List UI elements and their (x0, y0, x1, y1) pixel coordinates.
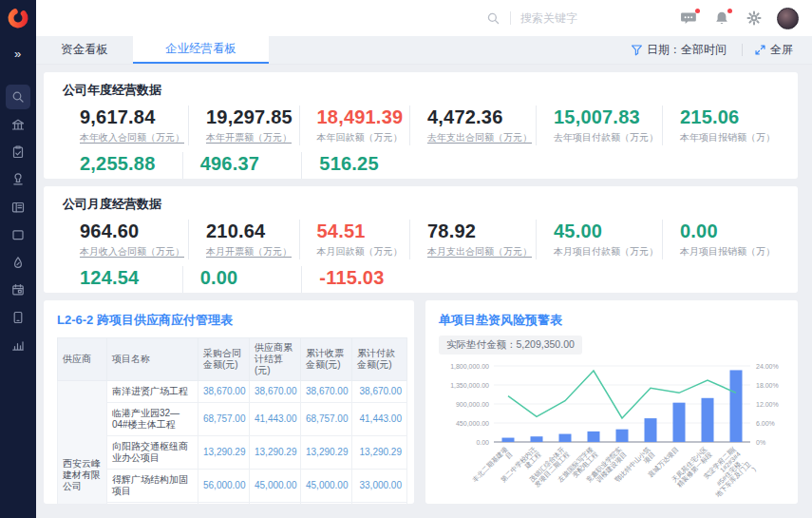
stats-row: 9,617.84本年收入合同额（万元）19,297.85本年开票额（万元）18,… (63, 106, 779, 145)
stat-label[interactable]: 本年部门报销额（万） (80, 178, 179, 179)
table-row[interactable]: 得辉广场结构加固项目56,000.0045,000.0045,000.0033,… (58, 470, 407, 503)
stat-value: 78.92 (427, 221, 532, 242)
messages-button[interactable] (680, 10, 697, 26)
risk-chart-title[interactable]: 单项目垫资风险预警表 (439, 312, 784, 329)
bar[interactable] (730, 370, 743, 442)
legend-bar-label: 实际垫付金额 (540, 503, 600, 504)
fullscreen-label[interactable]: 全屏 (770, 42, 793, 58)
legend-bar-item[interactable]: 实际垫付金额 (524, 503, 600, 504)
amount-cell: 57,273.00 (301, 503, 352, 505)
stats-row: 2,255.88本年部门报销额（万）496.37本年税金支出（万元）516.25… (63, 152, 779, 179)
amount-cell: 33,000.00 (352, 470, 407, 503)
amount-cell: 40,273.00 (250, 503, 301, 505)
bank-icon[interactable] (6, 112, 30, 137)
ledger-icon[interactable] (6, 195, 30, 220)
bar[interactable] (588, 432, 600, 442)
stat-label: 本月项目报销额（万） (680, 245, 775, 259)
stamp-icon[interactable] (6, 167, 30, 192)
advance-amount-badge: 实际垫付金额：5,209,350.00 (439, 336, 582, 355)
svg-text:0.00: 0.00 (476, 439, 489, 446)
stat-value: 124.54 (80, 267, 179, 289)
fullscreen-icon[interactable] (754, 44, 766, 56)
stat-cell: 54.51本月回款额（万元） (299, 220, 410, 259)
svg-text:18.00%: 18.00% (756, 382, 779, 389)
stat-value: 210.64 (206, 221, 295, 242)
stat-label: 本月回款额（万元） (317, 245, 406, 259)
toolbar-divider (742, 44, 743, 56)
bar[interactable] (645, 418, 657, 442)
stat-value: 496.37 (200, 153, 298, 175)
stat-label[interactable]: 本月收入合同额（万元） (80, 245, 184, 259)
annual-stats-grid: 9,617.84本年收入合同额（万元）19,297.85本年开票额（万元）18,… (63, 106, 779, 179)
stat-label[interactable]: 本年开票额（万元） (206, 131, 295, 144)
filter-icon[interactable] (631, 44, 643, 56)
folder-icon[interactable] (6, 222, 30, 247)
stat-cell: 45.00本月项目付款额（万元） (536, 220, 662, 259)
analytics-icon[interactable] (6, 333, 30, 357)
tab-funds-dashboard[interactable]: 资金看板 (36, 36, 133, 64)
clipboard-icon[interactable] (6, 140, 30, 164)
bar[interactable] (673, 403, 686, 442)
amount-cell: 38,670.00 (198, 381, 250, 403)
drop-icon[interactable] (6, 250, 30, 275)
amount-cell: 38,670.00 (352, 381, 407, 403)
bar[interactable] (702, 398, 714, 442)
project-name-cell: 临港产业园32—04#楼主体工程 (107, 403, 198, 436)
stat-value: 4,472.36 (427, 106, 532, 128)
svg-text:1,800,000.00: 1,800,000.00 (450, 363, 489, 370)
stat-label[interactable]: 本月部门报销额（万） (80, 292, 179, 293)
amount-cell: 45,000.00 (250, 470, 301, 503)
sidebar-expand-icon[interactable]: » (14, 47, 22, 61)
stat-cell: 964.60本月收入合同额（万元） (63, 220, 188, 259)
amount-cell: 13,290.29 (198, 436, 250, 470)
tablet-icon[interactable] (6, 305, 30, 330)
search-icon[interactable] (486, 11, 500, 26)
stat-cell: 124.54本月部门报销额（万） (63, 266, 182, 293)
risk-chart-card: 单项目垫资风险预警表 实际垫付金额：5,209,350.00 0.000%450… (425, 300, 798, 504)
table-row[interactable]: 临港产业园32—04#楼主体工程68,757.0041,443.0068,757… (58, 403, 407, 436)
bar[interactable] (502, 438, 515, 442)
stat-label[interactable]: 本年税金支出（万元） (200, 178, 298, 179)
supplier-table-title[interactable]: L2-6-2 跨项目供应商应付管理表 (57, 312, 401, 329)
stat-label[interactable]: 本年收入合同额（万元） (80, 131, 184, 144)
monthly-stats-card: 公司月度经营数据 964.60本月收入合同额（万元）210.64本月开票额（万元… (44, 186, 798, 293)
tabbar-spacer (269, 36, 631, 64)
stat-label[interactable]: 本月支出合同额（万元） (427, 245, 532, 259)
date-filter-label[interactable]: 日期：全部时间 (647, 42, 727, 58)
stat-label[interactable]: 本月税金支出（万元） (200, 292, 298, 293)
table-header-row: 供应商项目名称采购合同金额(元)供应商累计结算(元)累计收票金额(元)累计付款金… (58, 338, 407, 381)
bar[interactable] (531, 436, 543, 442)
table-row[interactable]: 西安云峰建材有限公司南洋进贤广场工程38,670.0038,670.0038,6… (58, 381, 407, 403)
search-input[interactable] (520, 11, 625, 25)
chart-svg: 0.000%450,000.006.00%900,000.0012.00%1,3… (439, 358, 786, 501)
annual-section-title: 公司年度经营数据 (63, 82, 779, 99)
stat-label[interactable]: 本月开票额（万元） (206, 245, 295, 259)
global-search (486, 11, 625, 26)
bar[interactable] (616, 430, 629, 442)
gear-icon (746, 10, 762, 26)
legend-line-item[interactable]: 垫付比例 (644, 503, 699, 504)
amount-cell: 13,290.29 (352, 436, 407, 470)
table-row[interactable]: 西京河西综合体项目57,273.0040,273.0057,273.0014,0… (58, 503, 407, 505)
amount-cell: 41,443.00 (250, 403, 301, 436)
table-row[interactable]: 向阳路交通枢纽商业办公项目13,290.2913,290.2913,290.29… (58, 436, 407, 470)
table-column-header: 供应商累计结算(元) (250, 338, 301, 381)
bar[interactable] (559, 434, 572, 442)
settings-button[interactable] (746, 10, 762, 26)
table-column-header: 采购合同金额(元) (198, 338, 250, 381)
stat-label: 本年回款额（万元） (317, 131, 406, 144)
stat-value: 9,617.84 (80, 106, 184, 128)
table-column-header: 项目名称 (107, 338, 198, 381)
risk-chart[interactable]: 0.000%450,000.006.00%900,000.0012.00%1,3… (439, 355, 784, 504)
tab-toolbar: 日期：全部时间 全屏 (631, 36, 812, 64)
calendar-icon[interactable] (6, 278, 30, 302)
stat-cell: 15,007.83去年项目付款额（万元） (536, 106, 662, 145)
amount-cell: 14,071.00 (352, 503, 407, 505)
user-avatar[interactable] (777, 8, 799, 29)
stat-label[interactable]: 去年支出合同额（万元） (427, 131, 532, 144)
svg-text:12.00%: 12.00% (756, 401, 779, 408)
search-icon[interactable] (6, 85, 30, 109)
stats-row: 964.60本月收入合同额（万元）210.64本月开票额（万元）54.51本月回… (63, 220, 779, 259)
notifications-button[interactable] (714, 10, 729, 26)
tab-enterprise-dashboard[interactable]: 企业经营看板 (133, 36, 269, 64)
